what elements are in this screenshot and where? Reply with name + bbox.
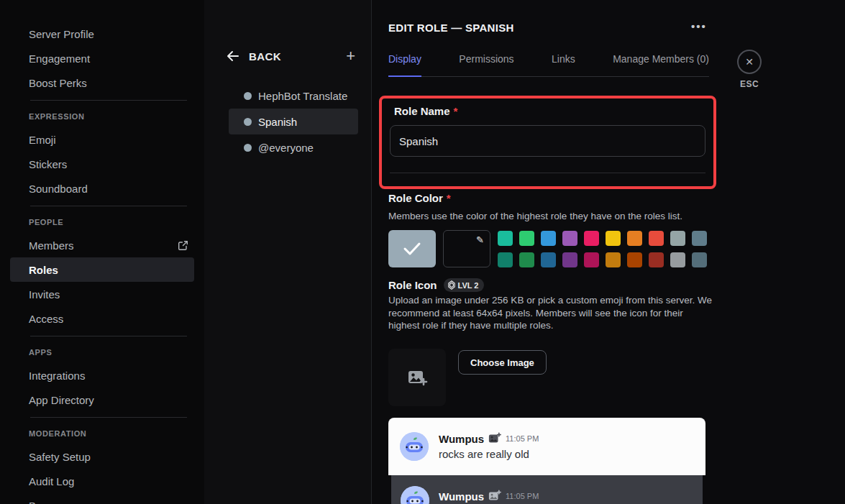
role-icon-placeholder-icon [488,490,501,503]
sidebar-item-label: Safety Setup [29,451,91,463]
color-swatch[interactable] [562,231,577,246]
role-icon-label: Role Icon LVL 2 [388,278,484,292]
checkmark-icon [403,242,421,256]
page-title: EDIT ROLE — SPANISH [388,22,514,34]
color-swatch[interactable] [649,252,664,267]
color-swatch[interactable] [627,252,642,267]
role-icon-upload-dropzone[interactable] [388,349,446,406]
role-name: @everyone [258,142,314,154]
close-button[interactable]: ✕ ESC [735,50,764,89]
wumpus-avatar [401,486,429,504]
image-add-icon [406,367,428,388]
role-icon-placeholder-icon [488,432,501,445]
message-header: Wumpus11:05 PM [439,490,539,503]
role-icon-badge [488,432,501,445]
preview-message-light: Wumpus11:05 PMrocks are really old [388,418,705,475]
sidebar-item-engagement[interactable]: Engagement [10,46,194,70]
sidebar-item-server-profile[interactable]: Server Profile [10,22,194,46]
sidebar-divider [30,206,187,206]
plus-icon: + [346,47,355,65]
level-badge: LVL 2 [444,278,485,292]
color-swatch[interactable] [692,231,707,246]
color-swatch[interactable] [541,231,556,246]
overflow-menu-button[interactable]: ••• [683,20,715,32]
required-asterisk: * [447,192,451,204]
sidebar-item-integrations[interactable]: Integrations [10,363,194,388]
role-list-item-everyone[interactable]: @everyone [229,134,358,160]
message-author: Wumpus [439,433,484,445]
color-swatch[interactable] [584,231,599,246]
tab-permissions[interactable]: Permissions [459,53,513,77]
sidebar-section-header-apps: APPS [0,341,204,363]
sidebar-item-label: Invites [29,288,60,301]
role-list-item-spanish[interactable]: Spanish [229,109,358,134]
sidebar-item-stickers[interactable]: Stickers [10,152,194,176]
color-swatch[interactable] [541,252,556,267]
sidebar-item-invites[interactable]: Invites [10,282,194,306]
sidebar-item-access[interactable]: Access [10,306,194,331]
color-swatch[interactable] [627,231,642,246]
custom-color-swatch[interactable]: ✎ [443,230,490,267]
sidebar-section-header-people: PEOPLE [0,211,204,233]
sidebar-item-soundboard[interactable]: Soundboard [10,176,194,201]
esc-label: ESC [735,79,764,89]
role-preview: Wumpus11:05 PMrocks are really oldWumpus… [388,418,705,504]
sidebar-item-label: Members [29,239,74,252]
color-swatch[interactable] [562,252,577,267]
color-swatch[interactable] [606,252,621,267]
color-swatch[interactable] [584,252,599,267]
sidebar-item-label: Integrations [29,370,85,382]
color-swatch[interactable] [649,231,664,246]
sidebar-item-label: Access [29,313,63,325]
divider [390,173,705,173]
tab-manage-members-0[interactable]: Manage Members (0) [613,53,709,77]
message-header: Wumpus11:05 PM [439,432,539,445]
choose-image-button[interactable]: Choose Image [458,350,547,375]
color-swatch[interactable] [670,252,685,267]
role-color-dot [244,92,252,100]
role-icon-description: Upload an image under 256 KB or pick a c… [388,294,713,332]
color-swatch[interactable] [692,252,707,267]
color-swatch[interactable] [519,252,534,267]
sidebar-item-label: Boost Perks [29,77,87,89]
role-list-item-hephbot-translate[interactable]: HephBot Translate [229,83,358,109]
sidebar-item-boost-perks[interactable]: Boost Perks [10,70,194,95]
back-button[interactable]: BACK [226,50,281,63]
sidebar-section-header-moderation: MODERATION [0,422,204,444]
default-color-swatch[interactable] [388,230,436,267]
message-timestamp: 11:05 PM [506,492,539,500]
pencil-icon: ✎ [476,234,484,245]
sidebar-item-roles[interactable]: Roles [10,257,194,282]
sidebar-item-audit-log[interactable]: Audit Log [10,469,194,493]
create-role-button[interactable]: + [346,49,355,63]
role-editor-panel: EDIT ROLE — SPANISH ••• DisplayPermissio… [372,0,845,504]
external-link-icon [178,240,188,251]
tab-display[interactable]: Display [388,53,421,77]
role-color-dot [244,144,252,152]
sidebar-item-bans[interactable]: Bans [10,493,194,504]
sidebar-item-label: Stickers [29,158,67,170]
sidebar-divider [30,100,187,101]
sidebar-item-emoji[interactable]: Emoji [10,127,194,152]
wumpus-avatar [400,432,429,461]
sidebar-item-safety-setup[interactable]: Safety Setup [10,444,194,469]
required-asterisk: * [454,105,458,117]
message-author: Wumpus [439,490,484,503]
tab-links[interactable]: Links [552,53,575,77]
color-swatch[interactable] [498,252,513,267]
sidebar-item-label: Soundboard [29,183,88,195]
sidebar-item-app-directory[interactable]: App Directory [10,388,194,412]
role-name-input[interactable]: Spanish [390,125,705,157]
sidebar-item-members[interactable]: Members [10,233,194,257]
color-swatch[interactable] [670,231,685,246]
role-icon-badge [488,490,501,503]
color-swatch[interactable] [498,231,513,246]
sidebar-item-label: Engagement [29,52,90,65]
boost-gem-icon [448,280,455,290]
message-text: rocks are really old [439,448,529,460]
role-color-dot [244,118,252,126]
color-swatch[interactable] [606,231,621,246]
sidebar-item-label: Emoji [29,134,56,146]
color-swatch[interactable] [519,231,534,246]
preview-message-dark: Wumpus11:05 PM [391,475,703,504]
